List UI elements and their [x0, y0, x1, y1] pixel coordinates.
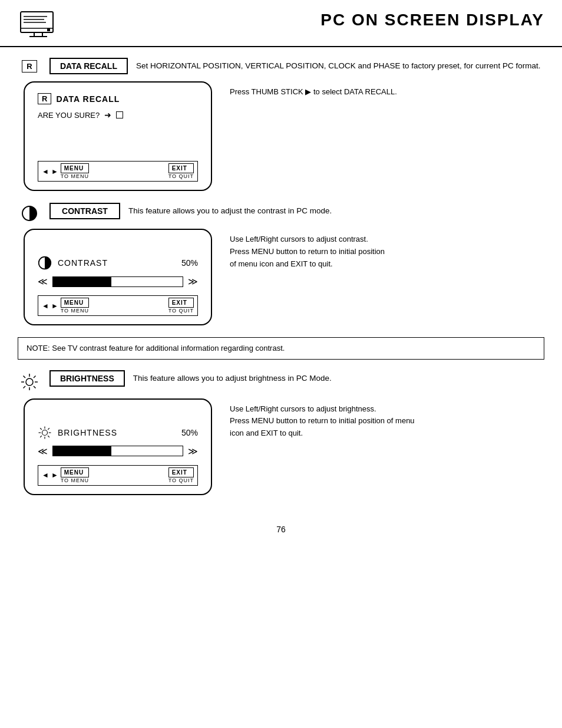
brightness-menu-label: MENU — [61, 467, 89, 477]
osd-are-you-sure: ARE YOU SURE? ➜ — [38, 110, 198, 120]
page-footer: 76 — [0, 518, 562, 539]
osd-to-quit: TO QUIT — [168, 173, 194, 179]
contrast-section: CONTRAST This feature allows you to adju… — [18, 203, 544, 325]
osd-nav-left: ◄ ► MENU TO MENU — [42, 163, 89, 179]
osd-menu-label: MENU — [61, 163, 89, 173]
svg-line-17 — [34, 386, 36, 388]
osd-right-arrow-icon: ► — [51, 167, 58, 176]
osd-left-arrow-icon: ◄ — [42, 167, 49, 176]
osd-data-recall-title: DATA RECALL — [56, 94, 120, 104]
brightness-section: BRIGHTNESS This feature allows you to ad… — [18, 370, 544, 495]
contrast-slider-fill — [53, 277, 111, 286]
svg-point-20 — [42, 430, 48, 435]
brightness-side-info: Use Left/Right cursors to adjust brightn… — [230, 398, 544, 440]
brightness-exit-label: EXIT — [168, 467, 194, 477]
osd-nav-right: EXIT TO QUIT — [168, 163, 194, 179]
page-number: 76 — [276, 525, 286, 534]
osd-checkbox — [116, 111, 123, 118]
svg-line-28 — [40, 436, 42, 437]
contrast-right-arrow-icon: ► — [51, 302, 58, 310]
brightness-label: BRIGHTNESS — [49, 370, 125, 387]
data-recall-instruction: Press THUMB STICK ▶ to select DATA RECAL… — [230, 81, 544, 98]
osd-bottom-bar: ◄ ► MENU TO MENU EXIT TO QUIT — [38, 161, 198, 182]
contrast-description: This feature allows you to adjust the co… — [128, 203, 544, 217]
data-recall-section: R DATA RECALL Set HORIZONTAL POSITION, V… — [18, 58, 544, 191]
osd-exit-label: EXIT — [168, 163, 194, 173]
brightness-to-quit: TO QUIT — [168, 477, 194, 483]
brightness-osd-bottom-bar: ◄ ► MENU TO MENU EXIT TO QUIT — [38, 465, 198, 486]
contrast-to-menu: TO MENU — [61, 308, 89, 314]
data-recall-osd: R DATA RECALL ARE YOU SURE? ➜ ◄ ► MENU — [24, 81, 212, 191]
contrast-osd: CONTRAST 50% ≪ ≫ ◄ ► MENU — [24, 229, 212, 325]
contrast-slider-left-icon: ≪ — [38, 276, 48, 287]
brightness-to-menu: TO MENU — [61, 477, 89, 483]
data-recall-label: DATA RECALL — [49, 58, 128, 74]
brightness-osd-icon — [38, 426, 52, 440]
contrast-osd-item-row: CONTRAST 50% — [38, 256, 198, 270]
brightness-osd-label: BRIGHTNESS — [58, 428, 176, 437]
contrast-osd-bottom-bar: ◄ ► MENU TO MENU EXIT TO QUIT — [38, 295, 198, 316]
svg-point-11 — [26, 378, 33, 386]
brightness-slider-track — [52, 446, 183, 456]
brightness-right-arrow-icon: ► — [51, 471, 58, 479]
svg-line-19 — [24, 386, 26, 388]
brightness-nav-right: EXIT TO QUIT — [168, 467, 194, 483]
contrast-slider-track — [52, 276, 183, 287]
svg-line-18 — [34, 375, 36, 378]
data-recall-description: Set HORIZONTAL POSITION, VERTICAL POSITI… — [136, 58, 544, 72]
contrast-label: CONTRAST — [49, 203, 120, 219]
osd-to-menu: TO MENU — [61, 173, 89, 179]
svg-line-26 — [48, 436, 49, 437]
brightness-osd: BRIGHTNESS 50% ≪ ≫ ◄ ► MENU — [24, 398, 212, 495]
contrast-slider-row: ≪ ≫ — [38, 276, 198, 287]
page-header: PC ON SCREEN DISPLAY — [0, 0, 562, 47]
contrast-osd-label: CONTRAST — [58, 258, 176, 268]
brightness-description: This feature allows you to adjust bright… — [133, 370, 544, 384]
brightness-slider-left-icon: ≪ — [38, 446, 48, 457]
brightness-slider-fill — [53, 446, 111, 456]
brightness-left-arrow-icon: ◄ — [42, 471, 49, 479]
svg-line-16 — [24, 375, 26, 378]
contrast-slider-right-icon: ≫ — [188, 276, 198, 287]
svg-rect-8 — [47, 28, 50, 31]
contrast-osd-icon — [38, 256, 52, 270]
monitor-icon — [18, 11, 59, 40]
contrast-menu-label: MENU — [61, 298, 89, 308]
brightness-icon — [18, 370, 41, 391]
brightness-osd-nav-left: ◄ ► MENU TO MENU — [42, 467, 89, 483]
contrast-to-quit: TO QUIT — [168, 308, 194, 314]
contrast-note: NOTE: See TV contrast feature for additi… — [18, 337, 544, 360]
contrast-exit-label: EXIT — [168, 298, 194, 308]
contrast-icon — [18, 203, 41, 222]
brightness-slider-row: ≪ ≫ — [38, 446, 198, 457]
contrast-left-arrow-icon: ◄ — [42, 302, 49, 310]
osd-arrow-icon: ➜ — [104, 110, 111, 120]
contrast-nav-right: EXIT TO QUIT — [168, 298, 194, 314]
brightness-osd-item-row: BRIGHTNESS 50% — [38, 426, 198, 440]
contrast-osd-nav-left: ◄ ► MENU TO MENU — [42, 298, 89, 314]
contrast-osd-value: 50% — [181, 258, 198, 268]
page-title: PC ON SCREEN DISPLAY — [320, 11, 544, 29]
osd-r-label: R — [38, 93, 51, 104]
brightness-slider-right-icon: ≫ — [188, 446, 198, 457]
svg-line-25 — [40, 428, 42, 430]
brightness-osd-value: 50% — [181, 428, 198, 437]
data-recall-r-icon: R — [18, 58, 41, 73]
contrast-side-info: Use Left/Right cursors to adjust contras… — [230, 229, 544, 270]
svg-line-27 — [48, 428, 49, 430]
